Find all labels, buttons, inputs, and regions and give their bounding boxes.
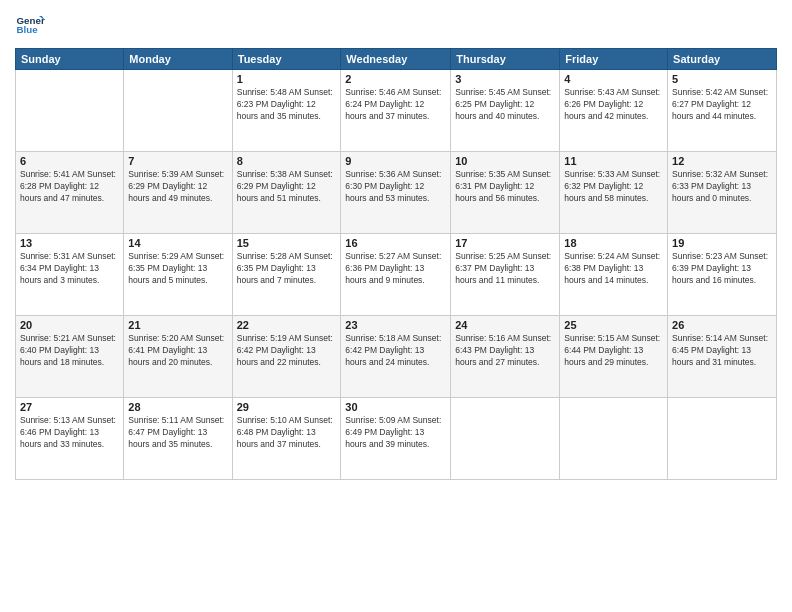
day-info: Sunrise: 5:42 AM Sunset: 6:27 PM Dayligh… <box>672 87 772 123</box>
day-info: Sunrise: 5:23 AM Sunset: 6:39 PM Dayligh… <box>672 251 772 287</box>
day-info: Sunrise: 5:19 AM Sunset: 6:42 PM Dayligh… <box>237 333 337 369</box>
calendar-header-row: SundayMondayTuesdayWednesdayThursdayFrid… <box>16 49 777 70</box>
day-number: 25 <box>564 319 663 331</box>
day-of-week-header: Sunday <box>16 49 124 70</box>
day-info: Sunrise: 5:38 AM Sunset: 6:29 PM Dayligh… <box>237 169 337 205</box>
calendar-cell: 7Sunrise: 5:39 AM Sunset: 6:29 PM Daylig… <box>124 152 232 234</box>
calendar-cell: 21Sunrise: 5:20 AM Sunset: 6:41 PM Dayli… <box>124 316 232 398</box>
calendar-week-row: 27Sunrise: 5:13 AM Sunset: 6:46 PM Dayli… <box>16 398 777 480</box>
day-info: Sunrise: 5:31 AM Sunset: 6:34 PM Dayligh… <box>20 251 119 287</box>
calendar-cell: 19Sunrise: 5:23 AM Sunset: 6:39 PM Dayli… <box>668 234 777 316</box>
day-of-week-header: Monday <box>124 49 232 70</box>
calendar-cell: 22Sunrise: 5:19 AM Sunset: 6:42 PM Dayli… <box>232 316 341 398</box>
calendar-cell: 20Sunrise: 5:21 AM Sunset: 6:40 PM Dayli… <box>16 316 124 398</box>
day-info: Sunrise: 5:18 AM Sunset: 6:42 PM Dayligh… <box>345 333 446 369</box>
day-info: Sunrise: 5:21 AM Sunset: 6:40 PM Dayligh… <box>20 333 119 369</box>
calendar-cell: 3Sunrise: 5:45 AM Sunset: 6:25 PM Daylig… <box>451 70 560 152</box>
calendar-cell: 13Sunrise: 5:31 AM Sunset: 6:34 PM Dayli… <box>16 234 124 316</box>
svg-text:Blue: Blue <box>17 24 39 35</box>
day-info: Sunrise: 5:16 AM Sunset: 6:43 PM Dayligh… <box>455 333 555 369</box>
calendar-cell: 18Sunrise: 5:24 AM Sunset: 6:38 PM Dayli… <box>560 234 668 316</box>
day-number: 6 <box>20 155 119 167</box>
calendar-cell: 5Sunrise: 5:42 AM Sunset: 6:27 PM Daylig… <box>668 70 777 152</box>
day-info: Sunrise: 5:25 AM Sunset: 6:37 PM Dayligh… <box>455 251 555 287</box>
day-info: Sunrise: 5:27 AM Sunset: 6:36 PM Dayligh… <box>345 251 446 287</box>
calendar-week-row: 13Sunrise: 5:31 AM Sunset: 6:34 PM Dayli… <box>16 234 777 316</box>
day-number: 23 <box>345 319 446 331</box>
calendar-cell: 26Sunrise: 5:14 AM Sunset: 6:45 PM Dayli… <box>668 316 777 398</box>
day-number: 4 <box>564 73 663 85</box>
day-number: 27 <box>20 401 119 413</box>
calendar-cell: 17Sunrise: 5:25 AM Sunset: 6:37 PM Dayli… <box>451 234 560 316</box>
day-number: 7 <box>128 155 227 167</box>
calendar-table: SundayMondayTuesdayWednesdayThursdayFrid… <box>15 48 777 480</box>
day-info: Sunrise: 5:24 AM Sunset: 6:38 PM Dayligh… <box>564 251 663 287</box>
day-info: Sunrise: 5:39 AM Sunset: 6:29 PM Dayligh… <box>128 169 227 205</box>
day-of-week-header: Wednesday <box>341 49 451 70</box>
calendar-week-row: 1Sunrise: 5:48 AM Sunset: 6:23 PM Daylig… <box>16 70 777 152</box>
logo: General Blue <box>15 10 45 40</box>
calendar-cell: 4Sunrise: 5:43 AM Sunset: 6:26 PM Daylig… <box>560 70 668 152</box>
day-info: Sunrise: 5:20 AM Sunset: 6:41 PM Dayligh… <box>128 333 227 369</box>
calendar-cell: 15Sunrise: 5:28 AM Sunset: 6:35 PM Dayli… <box>232 234 341 316</box>
calendar-cell: 8Sunrise: 5:38 AM Sunset: 6:29 PM Daylig… <box>232 152 341 234</box>
day-number: 9 <box>345 155 446 167</box>
calendar-cell: 9Sunrise: 5:36 AM Sunset: 6:30 PM Daylig… <box>341 152 451 234</box>
calendar-cell <box>16 70 124 152</box>
calendar-cell: 2Sunrise: 5:46 AM Sunset: 6:24 PM Daylig… <box>341 70 451 152</box>
day-number: 5 <box>672 73 772 85</box>
calendar-cell: 30Sunrise: 5:09 AM Sunset: 6:49 PM Dayli… <box>341 398 451 480</box>
day-number: 14 <box>128 237 227 249</box>
day-info: Sunrise: 5:14 AM Sunset: 6:45 PM Dayligh… <box>672 333 772 369</box>
day-of-week-header: Saturday <box>668 49 777 70</box>
calendar-cell <box>124 70 232 152</box>
calendar-cell: 24Sunrise: 5:16 AM Sunset: 6:43 PM Dayli… <box>451 316 560 398</box>
day-number: 13 <box>20 237 119 249</box>
calendar-cell: 1Sunrise: 5:48 AM Sunset: 6:23 PM Daylig… <box>232 70 341 152</box>
calendar-cell <box>560 398 668 480</box>
day-info: Sunrise: 5:28 AM Sunset: 6:35 PM Dayligh… <box>237 251 337 287</box>
calendar-cell <box>451 398 560 480</box>
logo-icon: General Blue <box>15 10 45 40</box>
page: General Blue SundayMondayTuesdayWednesda… <box>0 0 792 612</box>
day-info: Sunrise: 5:46 AM Sunset: 6:24 PM Dayligh… <box>345 87 446 123</box>
day-number: 16 <box>345 237 446 249</box>
day-info: Sunrise: 5:15 AM Sunset: 6:44 PM Dayligh… <box>564 333 663 369</box>
calendar-cell: 14Sunrise: 5:29 AM Sunset: 6:35 PM Dayli… <box>124 234 232 316</box>
day-number: 30 <box>345 401 446 413</box>
day-info: Sunrise: 5:45 AM Sunset: 6:25 PM Dayligh… <box>455 87 555 123</box>
calendar-cell: 23Sunrise: 5:18 AM Sunset: 6:42 PM Dayli… <box>341 316 451 398</box>
day-info: Sunrise: 5:29 AM Sunset: 6:35 PM Dayligh… <box>128 251 227 287</box>
day-info: Sunrise: 5:36 AM Sunset: 6:30 PM Dayligh… <box>345 169 446 205</box>
day-number: 29 <box>237 401 337 413</box>
day-number: 24 <box>455 319 555 331</box>
day-info: Sunrise: 5:10 AM Sunset: 6:48 PM Dayligh… <box>237 415 337 451</box>
calendar-week-row: 20Sunrise: 5:21 AM Sunset: 6:40 PM Dayli… <box>16 316 777 398</box>
calendar-cell: 10Sunrise: 5:35 AM Sunset: 6:31 PM Dayli… <box>451 152 560 234</box>
header: General Blue <box>15 10 777 40</box>
calendar-cell: 28Sunrise: 5:11 AM Sunset: 6:47 PM Dayli… <box>124 398 232 480</box>
calendar-week-row: 6Sunrise: 5:41 AM Sunset: 6:28 PM Daylig… <box>16 152 777 234</box>
day-info: Sunrise: 5:13 AM Sunset: 6:46 PM Dayligh… <box>20 415 119 451</box>
day-number: 21 <box>128 319 227 331</box>
day-info: Sunrise: 5:33 AM Sunset: 6:32 PM Dayligh… <box>564 169 663 205</box>
day-number: 10 <box>455 155 555 167</box>
day-info: Sunrise: 5:35 AM Sunset: 6:31 PM Dayligh… <box>455 169 555 205</box>
day-number: 26 <box>672 319 772 331</box>
calendar-cell: 29Sunrise: 5:10 AM Sunset: 6:48 PM Dayli… <box>232 398 341 480</box>
day-info: Sunrise: 5:32 AM Sunset: 6:33 PM Dayligh… <box>672 169 772 205</box>
day-info: Sunrise: 5:43 AM Sunset: 6:26 PM Dayligh… <box>564 87 663 123</box>
day-number: 20 <box>20 319 119 331</box>
day-number: 19 <box>672 237 772 249</box>
day-number: 8 <box>237 155 337 167</box>
day-number: 12 <box>672 155 772 167</box>
calendar-cell: 11Sunrise: 5:33 AM Sunset: 6:32 PM Dayli… <box>560 152 668 234</box>
day-info: Sunrise: 5:09 AM Sunset: 6:49 PM Dayligh… <box>345 415 446 451</box>
day-number: 3 <box>455 73 555 85</box>
calendar-cell: 27Sunrise: 5:13 AM Sunset: 6:46 PM Dayli… <box>16 398 124 480</box>
day-info: Sunrise: 5:41 AM Sunset: 6:28 PM Dayligh… <box>20 169 119 205</box>
day-number: 22 <box>237 319 337 331</box>
day-of-week-header: Tuesday <box>232 49 341 70</box>
calendar-cell: 25Sunrise: 5:15 AM Sunset: 6:44 PM Dayli… <box>560 316 668 398</box>
day-number: 2 <box>345 73 446 85</box>
